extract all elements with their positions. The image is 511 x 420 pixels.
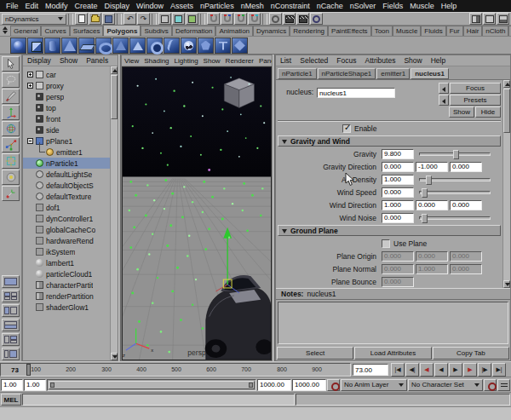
outliner-item-nparticle1[interactable]: nParticle1 — [23, 158, 110, 169]
menu-nmesh[interactable]: nMesh — [238, 2, 267, 10]
outliner-item-front[interactable]: front — [23, 113, 110, 124]
shelf-tab-deformation[interactable]: Deformation — [172, 26, 216, 36]
wind-direction-z-field[interactable]: 0.000 — [450, 200, 482, 210]
outliner-item-top[interactable]: top — [23, 102, 110, 113]
construction-history-button[interactable] — [269, 13, 282, 25]
viewport-menu-show[interactable]: Show — [201, 57, 223, 65]
hide-button[interactable]: Hide — [475, 106, 501, 118]
shelf-tab-toon[interactable]: Toon — [371, 26, 393, 36]
menu-create[interactable]: Create — [72, 2, 101, 10]
outliner-menu-panels[interactable]: Panels — [82, 56, 112, 65]
shelf-tab-fur[interactable]: Fur — [446, 26, 463, 36]
play-backwards-button[interactable] — [434, 363, 448, 377]
shelf-polypyramid-icon[interactable] — [129, 37, 146, 54]
shelf-polypipe-icon[interactable] — [146, 37, 163, 54]
snap-curve-button[interactable] — [221, 13, 233, 25]
step-back-frame-button[interactable] — [405, 363, 419, 377]
ae-tab-nparticle1[interactable]: nParticle1 — [278, 68, 317, 79]
shelf-tab-dynamics[interactable]: Dynamics — [253, 26, 290, 36]
play-forwards-button[interactable] — [449, 363, 462, 377]
layout-two-pane-side-button[interactable] — [2, 304, 20, 317]
shelf-polyhelix-icon[interactable] — [164, 37, 180, 54]
outliner-scrollbar[interactable] — [110, 66, 118, 360]
attribute-editor-scrollbar[interactable] — [502, 80, 510, 288]
load-attributes-button[interactable]: Load Attributes — [354, 347, 431, 360]
shelf-polyplane-icon[interactable] — [78, 37, 95, 54]
notes-textarea[interactable] — [278, 302, 508, 344]
lasso-tool-button[interactable] — [2, 72, 20, 88]
scroll-down-icon[interactable] — [111, 353, 118, 360]
scroll-up-icon[interactable] — [111, 66, 118, 74]
presets-button[interactable]: Presets — [450, 95, 501, 106]
menu-modify[interactable]: Modify — [42, 2, 72, 10]
animation-end-field[interactable]: 1000.00 — [292, 379, 326, 391]
menu-display[interactable]: Display — [101, 2, 134, 10]
render-button[interactable] — [283, 13, 296, 25]
auto-keyframe-button[interactable] — [484, 379, 497, 391]
ae-menu-selected[interactable]: Selected — [296, 56, 332, 65]
status-group-separator[interactable] — [152, 14, 157, 25]
menu-edit[interactable]: Edit — [22, 2, 43, 10]
outliner-item-iksystem[interactable]: ikSystem — [23, 246, 110, 257]
ae-tab-nucleus1[interactable]: nucleus1 — [411, 68, 449, 79]
section-ground-plane[interactable]: Ground Plane — [278, 225, 501, 236]
scrollbar-thumb[interactable] — [111, 75, 118, 119]
viewport-menu-view[interactable]: View — [122, 57, 141, 65]
viewport-menu-renderer[interactable]: Renderer — [223, 57, 256, 65]
viewport-menu-lighting[interactable]: Lighting — [172, 57, 201, 65]
collapse-icon[interactable] — [27, 138, 33, 144]
toggle-channel-box-button[interactable] — [497, 13, 509, 25]
shelf-tab-fluids[interactable]: Fluids — [421, 26, 445, 36]
outliner-menu-display[interactable]: Display — [23, 56, 55, 65]
playback-end-field[interactable]: 1000.00 — [257, 379, 291, 391]
shelf-polymisc-icon[interactable] — [232, 37, 248, 54]
step-back-key-button[interactable] — [420, 363, 433, 377]
shelf-polysoccerball-icon[interactable] — [181, 37, 197, 54]
range-slider-bar[interactable] — [49, 381, 255, 389]
outliner-item-emitter1[interactable]: emitter1 — [23, 147, 110, 158]
shelf-tab-general[interactable]: General — [10, 26, 41, 36]
gravity-direction-y-field[interactable]: -1.000 — [416, 162, 448, 172]
viewport-menu-shading[interactable]: Shading — [141, 57, 171, 65]
shelf-tab-hair[interactable]: Hair — [463, 26, 483, 36]
range-slider[interactable] — [47, 379, 256, 391]
step-forward-key-button[interactable] — [463, 363, 477, 377]
snap-grid-button[interactable] — [207, 13, 220, 25]
wind-speed-field[interactable]: 0.000 — [382, 187, 414, 198]
shelf-tab-scroll-buttons[interactable] — [1, 26, 9, 35]
wind-direction-x-field[interactable]: 1.000 — [382, 200, 414, 210]
outliner-item-pplane1[interactable]: pPlane1 — [23, 135, 110, 147]
animation-start-field[interactable]: 1.00 — [1, 379, 23, 391]
gravity-slider[interactable] — [419, 152, 491, 156]
open-scene-button[interactable] — [89, 13, 101, 25]
expand-icon[interactable] — [27, 72, 33, 78]
menu-ncache[interactable]: nCache — [313, 2, 347, 10]
wind-noise-slider[interactable] — [419, 216, 491, 220]
outliner-item-car[interactable]: car — [23, 69, 110, 80]
paint-select-tool-button[interactable] — [2, 89, 20, 104]
select-object-button[interactable] — [172, 13, 185, 25]
ae-menu-focus[interactable]: Focus — [332, 56, 360, 65]
enable-checkbox[interactable] — [342, 124, 351, 133]
layout-outliner-persp-button[interactable] — [2, 348, 20, 360]
time-slider[interactable]: 100 200 300 400 500 600 700 800 900 73 — [0, 363, 351, 377]
status-group-separator[interactable] — [262, 14, 267, 25]
status-group-separator[interactable] — [68, 14, 73, 25]
undo-button[interactable]: ↶ — [123, 13, 136, 25]
shelf-tab-curves[interactable]: Curves — [41, 26, 69, 36]
scroll-down-icon[interactable] — [503, 280, 510, 288]
go-to-end-button[interactable] — [492, 363, 506, 377]
wind-direction-y-field[interactable]: 0.000 — [416, 200, 448, 210]
animation-preferences-button[interactable] — [497, 379, 510, 391]
character-set-dropdown[interactable]: No Character Set — [408, 379, 483, 391]
anim-layer-dropdown[interactable]: No Anim Layer — [341, 379, 407, 391]
outliner-item-defaultobjectset[interactable]: defaultObjectS — [23, 180, 110, 191]
shelf-polycube-icon[interactable] — [27, 37, 43, 54]
outliner-item-defaultlightset[interactable]: defaultLightSe — [23, 169, 110, 180]
ae-tab-emitter1[interactable]: emitter1 — [376, 68, 410, 79]
focus-button[interactable]: Focus — [450, 83, 501, 94]
gravity-direction-z-field[interactable]: 0.000 — [450, 162, 482, 172]
current-frame-marker[interactable] — [26, 364, 31, 376]
snap-viewplane-button[interactable] — [248, 13, 261, 25]
outliner-item-lambert1[interactable]: lambert1 — [23, 257, 110, 268]
